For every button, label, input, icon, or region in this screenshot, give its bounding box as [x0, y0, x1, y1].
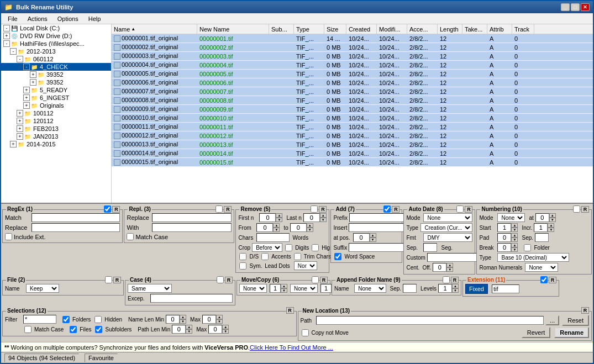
tree-item-originals[interactable]: + 📁 Originals: [1, 102, 111, 109]
numbering-pad-input[interactable]: [497, 233, 511, 242]
newlocation-reset-button[interactable]: Reset: [562, 315, 589, 326]
repl-replace-input[interactable]: [152, 213, 232, 222]
tree-item-feb2013[interactable]: + 📁 FEB2013: [1, 125, 111, 133]
regex-replace-input[interactable]: [31, 223, 120, 232]
tree-item-100112[interactable]: + 📁 100112: [1, 109, 111, 117]
folder-tree[interactable]: - 💾 Local Disk (C:) + 💿 DVD RW Drive (D:…: [1, 24, 112, 203]
appendfolder-levels-input[interactable]: [438, 284, 452, 293]
repl-enable-check[interactable]: [215, 205, 223, 213]
remove-r-button[interactable]: R: [319, 206, 327, 213]
case-r-button[interactable]: R: [225, 277, 233, 283]
remove-crop-select[interactable]: Before: [252, 243, 282, 252]
file-r-button[interactable]: R: [113, 277, 121, 283]
close-button[interactable]: ✕: [581, 3, 590, 11]
numbering-mode-select[interactable]: None: [497, 213, 525, 222]
col-header-accessed[interactable]: Acce...: [407, 24, 438, 34]
file-list[interactable]: 00000001.tif_original 00000001.tif TIF_.…: [112, 34, 593, 203]
appendfolder-sep-input[interactable]: [403, 284, 417, 293]
remove-to-spin[interactable]: ▲▼: [290, 223, 313, 232]
table-row[interactable]: 00000010.tif_original 00000010.tif TIF_.…: [112, 114, 593, 123]
table-row[interactable]: 00000011.tif_original 00000011.tif TIF_.…: [112, 123, 593, 131]
table-row[interactable]: 00000008.tif_original 00000008.tif TIF_.…: [112, 96, 593, 105]
selections-hidden-check[interactable]: [94, 316, 102, 323]
selections-namelen-min-spin[interactable]: ▲▼: [166, 315, 186, 324]
newlocation-rename-button[interactable]: Rename: [554, 327, 589, 338]
table-row[interactable]: 00000012.tif_original 00000012.tif TIF_.…: [112, 131, 593, 140]
numbering-folder-check[interactable]: [524, 244, 531, 251]
add-at-pos-spin[interactable]: ▲▼: [353, 233, 376, 242]
numbering-enable-check[interactable]: [573, 205, 580, 213]
autodate-off-spin[interactable]: ▲▼: [433, 263, 453, 272]
selections-namelen-max-input[interactable]: [202, 315, 216, 324]
selections-matchcase-check[interactable]: [24, 326, 31, 333]
autodate-mode-select[interactable]: None: [423, 213, 472, 222]
appendfolder-name-select[interactable]: None: [354, 284, 386, 293]
extension-tif-input[interactable]: [492, 284, 519, 293]
numbering-start-input[interactable]: [497, 223, 511, 232]
tree-expand-icon[interactable]: -: [3, 25, 10, 31]
file-enable-check[interactable]: [105, 276, 112, 283]
selections-pathlen-max-input[interactable]: [208, 325, 222, 334]
numbering-at-spin[interactable]: ▲▼: [535, 213, 556, 222]
table-row[interactable]: 00000004.tif_original 00000004.tif TIF_.…: [112, 61, 593, 70]
col-header-track[interactable]: Track: [512, 24, 534, 34]
remove-enable-check[interactable]: [311, 205, 318, 213]
selections-namelen-min-input[interactable]: [166, 315, 180, 324]
tree-item-local-disk[interactable]: - 💾 Local Disk (C:): [1, 24, 111, 32]
autodate-fmt-select[interactable]: DMY: [423, 233, 472, 242]
movecopy-enable-check[interactable]: [312, 276, 319, 283]
add-enable-check[interactable]: [383, 205, 391, 213]
col-header-size[interactable]: Size: [324, 24, 346, 34]
numbering-incr-input[interactable]: [534, 223, 548, 232]
movecopy-none2-select[interactable]: None: [290, 284, 318, 293]
selections-pathlen-max-spin[interactable]: ▲▼: [208, 325, 229, 334]
file-name-select[interactable]: Keep: [26, 284, 59, 293]
col-header-newname[interactable]: New Name: [197, 24, 269, 34]
selections-subfolders-check[interactable]: [95, 326, 102, 333]
numbering-sep-input[interactable]: [535, 233, 549, 242]
regex-match-input[interactable]: [31, 213, 120, 222]
tree-item-2012[interactable]: - 📁 2012-2013: [1, 48, 111, 55]
table-row[interactable]: 00000013.tif_original 00000013.tif TIF_.…: [112, 140, 593, 149]
autodate-off-input[interactable]: [433, 263, 446, 272]
col-header-attrib[interactable]: Attrib: [487, 24, 512, 34]
numbering-pad-spin[interactable]: ▲▼: [497, 233, 518, 242]
tree-item-jan2013[interactable]: + 📁 JAN2013: [1, 133, 111, 140]
remove-first-n-spin[interactable]: ▲▼: [259, 213, 282, 222]
table-row[interactable]: 00000006.tif_original 00000006.tif TIF_.…: [112, 78, 593, 87]
regex-r-button[interactable]: R: [112, 206, 120, 213]
repl-match-case-check[interactable]: [127, 233, 134, 240]
numbering-start-spin[interactable]: ▲▼: [497, 223, 518, 232]
case-same-select[interactable]: Same: [128, 284, 172, 293]
tree-expand-icon[interactable]: +: [23, 87, 30, 93]
remove-from-spin[interactable]: ▲▼: [256, 223, 280, 232]
tree-expand-icon[interactable]: +: [30, 71, 36, 78]
table-row[interactable]: 00000002.tif_original 00000002.tif TIF_.…: [112, 43, 593, 52]
autodate-sep-input[interactable]: [423, 243, 437, 252]
maximize-button[interactable]: □: [571, 3, 580, 11]
table-row[interactable]: 00000005.tif_original 00000005.tif TIF_.…: [112, 70, 593, 78]
table-row[interactable]: 00000014.tif_original 00000014.tif TIF_.…: [112, 149, 593, 158]
numbering-incr-spin[interactable]: ▲▼: [534, 223, 554, 232]
table-row[interactable]: 00000009.tif_original 00000009.tif TIF_.…: [112, 105, 593, 114]
remove-to-input[interactable]: [290, 223, 307, 232]
tree-expand-icon[interactable]: +: [23, 94, 30, 101]
extension-enable-check[interactable]: [540, 276, 548, 283]
newlocation-browse-button[interactable]: ...: [545, 315, 559, 325]
appendfolder-r-button[interactable]: R: [451, 277, 459, 283]
autodate-enable-check[interactable]: [456, 205, 464, 213]
remove-ds-check[interactable]: [239, 253, 246, 260]
selections-r-button[interactable]: R: [286, 307, 294, 314]
remove-sym-check[interactable]: [239, 262, 246, 270]
autodate-type-select[interactable]: Creation (Cur...: [420, 223, 472, 232]
col-header-type[interactable]: Type: [294, 24, 324, 34]
tree-item-dvd[interactable]: + 💿 DVD RW Drive (D:): [1, 32, 111, 40]
movecopy-val1-input[interactable]: [270, 284, 281, 293]
newlocation-copy-check[interactable]: [302, 329, 309, 336]
numbering-r-button[interactable]: R: [581, 206, 589, 213]
repl-r-button[interactable]: R: [224, 206, 232, 213]
tree-item-120112[interactable]: + 📁 120112: [1, 117, 111, 125]
tree-item-060112[interactable]: - 📁 060112: [1, 55, 111, 63]
movecopy-r-button[interactable]: R: [320, 277, 328, 283]
add-word-space-check[interactable]: [334, 253, 341, 260]
